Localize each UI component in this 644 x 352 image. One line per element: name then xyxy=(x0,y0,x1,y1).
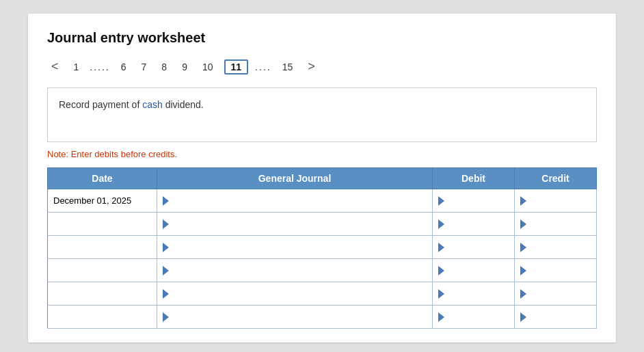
table-row xyxy=(48,306,597,329)
journal-cell-2[interactable] xyxy=(157,213,433,236)
tri-icon-d5 xyxy=(438,289,444,299)
tri-icon-d1 xyxy=(438,196,444,206)
description-box: Record payment of cash dividend. xyxy=(47,87,597,142)
date-cell-2 xyxy=(48,213,157,236)
header-debit: Debit xyxy=(433,168,515,189)
table-row: December 01, 2025 xyxy=(48,189,597,213)
tri-icon-d6 xyxy=(438,312,444,322)
page-10[interactable]: 10 xyxy=(198,60,217,74)
debit-cell-5[interactable] xyxy=(433,282,515,306)
tri-icon-d2 xyxy=(438,219,444,229)
next-arrow[interactable]: > xyxy=(304,58,319,75)
table-row xyxy=(48,282,597,306)
page-1[interactable]: 1 xyxy=(70,60,83,74)
page-6[interactable]: 6 xyxy=(117,60,131,74)
credit-cell-2[interactable] xyxy=(515,213,597,236)
page-7[interactable]: 7 xyxy=(137,60,151,74)
page-8[interactable]: 8 xyxy=(157,60,171,74)
table-row xyxy=(48,259,597,282)
tri-icon-c4 xyxy=(520,266,526,275)
header-date: Date xyxy=(48,168,157,189)
header-journal: General Journal xyxy=(157,168,433,189)
prev-arrow[interactable]: < xyxy=(47,58,63,75)
page-title: Journal entry worksheet xyxy=(47,30,597,46)
date-cell-3 xyxy=(48,236,157,259)
credit-cell-4[interactable] xyxy=(515,259,597,282)
tri-icon-j1 xyxy=(163,196,169,206)
date-cell-6 xyxy=(48,306,157,329)
description-highlight: cash xyxy=(142,99,163,110)
tri-icon-c5 xyxy=(520,289,526,299)
tri-icon-j4 xyxy=(163,266,169,275)
tri-icon-j2 xyxy=(163,219,169,229)
tri-icon-d3 xyxy=(438,243,444,252)
note-text: Note: Enter debits before credits. xyxy=(47,149,597,159)
dots-1: ..... xyxy=(90,62,109,72)
debit-cell-3[interactable] xyxy=(433,236,515,259)
dots-2: .... xyxy=(255,62,271,72)
tri-icon-c3 xyxy=(520,243,526,252)
credit-cell-6[interactable] xyxy=(515,306,597,329)
date-cell-4 xyxy=(48,259,157,282)
date-value-1: December 01, 2025 xyxy=(53,195,131,206)
journal-cell-6[interactable] xyxy=(157,306,433,329)
date-cell-1: December 01, 2025 xyxy=(48,189,157,213)
table-row xyxy=(48,236,597,259)
credit-cell-3[interactable] xyxy=(515,236,597,259)
journal-cell-1[interactable] xyxy=(157,189,433,213)
debit-cell-1[interactable] xyxy=(433,189,515,213)
tri-icon-c2 xyxy=(520,219,526,229)
header-credit: Credit xyxy=(515,168,597,189)
debit-cell-2[interactable] xyxy=(433,213,515,236)
journal-cell-3[interactable] xyxy=(157,236,433,259)
journal-cell-5[interactable] xyxy=(157,282,433,306)
description-text: Record payment of cash dividend. xyxy=(59,99,204,110)
main-card: Journal entry worksheet < 1 ..... 6 7 8 … xyxy=(28,14,616,342)
debit-cell-6[interactable] xyxy=(433,306,515,329)
tri-icon-j3 xyxy=(163,243,169,252)
pagination: < 1 ..... 6 7 8 9 10 11 .... 15 > xyxy=(47,58,597,75)
tri-icon-d4 xyxy=(438,266,444,275)
tri-icon-j5 xyxy=(163,289,169,299)
journal-table: Date General Journal Debit Credit Decemb… xyxy=(47,167,597,329)
debit-cell-4[interactable] xyxy=(433,259,515,282)
tri-icon-c6 xyxy=(520,312,526,322)
page-15[interactable]: 15 xyxy=(278,60,297,74)
tri-icon-c1 xyxy=(520,196,526,206)
credit-cell-5[interactable] xyxy=(515,282,597,306)
credit-cell-1[interactable] xyxy=(515,189,597,213)
page-9[interactable]: 9 xyxy=(178,60,191,74)
tri-icon-j6 xyxy=(163,312,169,322)
table-row xyxy=(48,213,597,236)
journal-cell-4[interactable] xyxy=(157,259,433,282)
date-cell-5 xyxy=(48,282,157,306)
page-11[interactable]: 11 xyxy=(224,59,249,75)
